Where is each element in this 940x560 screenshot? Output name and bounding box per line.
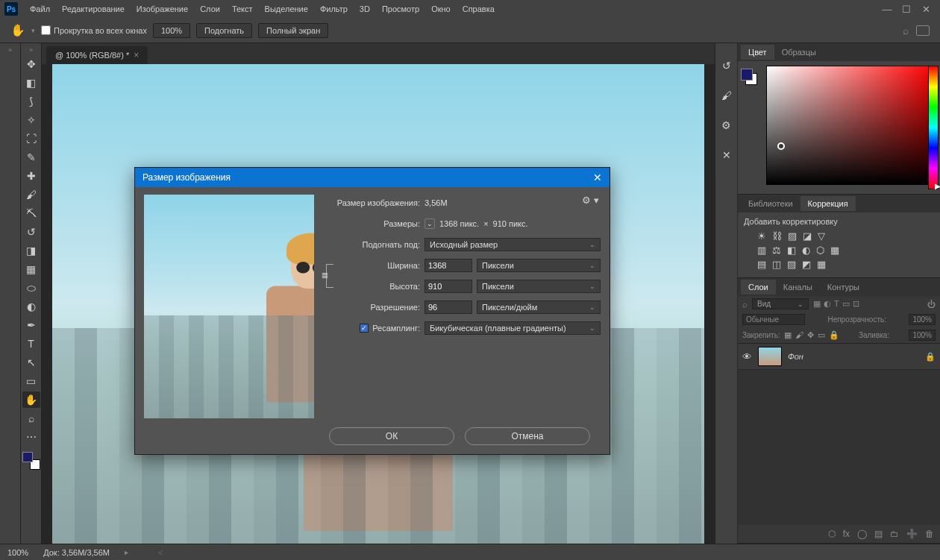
- opacity-value[interactable]: 100%: [909, 314, 936, 325]
- zoom-tool-icon[interactable]: ⌕: [22, 410, 40, 427]
- lock-artboard-icon[interactable]: ▭: [818, 330, 825, 340]
- adj-threshold-icon[interactable]: ◫: [772, 259, 781, 270]
- menu-file[interactable]: Файл: [24, 1, 56, 16]
- adj-vibrance-icon[interactable]: ▽: [818, 230, 825, 242]
- adj-exposure-icon[interactable]: ◪: [803, 230, 812, 242]
- pen-tool-icon[interactable]: ✒: [22, 317, 40, 333]
- workspace-switcher-icon[interactable]: [916, 25, 930, 36]
- adj-more-icon[interactable]: ▦: [817, 259, 826, 270]
- new-layer-icon[interactable]: ➕: [906, 529, 918, 539]
- adj-invert-icon[interactable]: ▦: [830, 245, 839, 256]
- hue-handle[interactable]: ▶: [935, 182, 940, 190]
- marquee-tool-icon[interactable]: ◧: [22, 75, 40, 91]
- path-select-tool-icon[interactable]: ↖: [22, 354, 40, 371]
- foreground-color-swatch[interactable]: [22, 452, 33, 462]
- lasso-tool-icon[interactable]: ⟆: [22, 93, 40, 110]
- dock-properties-icon[interactable]: ✕: [719, 148, 734, 163]
- minimize-button[interactable]: —: [879, 3, 895, 15]
- tab-channels[interactable]: Каналы: [776, 280, 820, 295]
- adj-bw-icon[interactable]: ⚖: [772, 245, 781, 256]
- dodge-tool-icon[interactable]: ◐: [22, 298, 40, 315]
- layer-filter-kind[interactable]: Вид⌄: [752, 298, 809, 309]
- link-layers-icon[interactable]: ⬡: [828, 529, 836, 539]
- layer-row-background[interactable]: 👁 Фон 🔒: [738, 344, 940, 370]
- filter-smart-icon[interactable]: ⊡: [853, 299, 859, 309]
- picker-fg-swatch[interactable]: [741, 69, 753, 81]
- fit-screen-button[interactable]: Подогнать: [196, 23, 252, 38]
- text-tool-icon[interactable]: T: [22, 336, 40, 352]
- tab-paths[interactable]: Контуры: [820, 280, 867, 295]
- menu-edit[interactable]: Редактирование: [56, 1, 131, 16]
- status-zoom[interactable]: 100%: [7, 548, 28, 557]
- blend-mode-select[interactable]: Обычные: [742, 314, 805, 325]
- foreground-background-swatches[interactable]: [22, 452, 40, 470]
- height-input[interactable]: [424, 280, 472, 293]
- document-tab[interactable]: @ 100% (RGB/8#) * ×: [46, 46, 148, 64]
- resample-select[interactable]: Бикубическая (плавные градиенты) ⌄: [424, 321, 601, 335]
- menu-view[interactable]: Просмотр: [376, 1, 425, 16]
- layer-fx-icon[interactable]: fx: [843, 529, 850, 539]
- spot-heal-tool-icon[interactable]: ✚: [22, 168, 40, 184]
- adj-levels-icon[interactable]: ⛓: [772, 230, 782, 242]
- adj-color-lookup-icon[interactable]: ⬡: [816, 245, 824, 256]
- layer-visibility-icon[interactable]: 👁: [742, 351, 752, 362]
- layer-mask-icon[interactable]: ◯: [857, 529, 867, 539]
- width-unit-select[interactable]: Пиксели ⌄: [477, 259, 601, 272]
- fill-screen-button[interactable]: Полный экран: [258, 23, 328, 38]
- layer-locked-icon[interactable]: 🔒: [925, 352, 936, 362]
- scroll-all-windows-input[interactable]: [41, 25, 51, 35]
- filter-pixel-icon[interactable]: ▦: [813, 299, 821, 309]
- menu-help[interactable]: Справка: [457, 1, 501, 16]
- color-picker[interactable]: ▶: [738, 61, 940, 194]
- gradient-tool-icon[interactable]: ▦: [22, 261, 40, 277]
- adj-photo-filter-icon[interactable]: ◧: [787, 245, 796, 256]
- resample-checkbox[interactable]: ✓: [360, 324, 369, 333]
- magic-wand-tool-icon[interactable]: ✧: [22, 112, 40, 128]
- adj-selective-color-icon[interactable]: ◩: [802, 259, 811, 270]
- zoom-100-button[interactable]: 100%: [153, 23, 190, 38]
- clone-stamp-tool-icon[interactable]: ⛏: [22, 205, 40, 221]
- scroll-all-windows-checkbox[interactable]: Прокрутка во всех окнах: [41, 25, 147, 35]
- fill-value[interactable]: 100%: [909, 330, 936, 341]
- dock-tool-presets-icon[interactable]: ⚙: [719, 118, 734, 133]
- tab-color[interactable]: Цвет: [741, 45, 774, 60]
- dock-brush-icon[interactable]: 🖌: [719, 88, 734, 103]
- picker-swatches[interactable]: [741, 69, 757, 85]
- tools-collapse-icon[interactable]: »: [21, 46, 41, 54]
- edit-toolbar-icon[interactable]: ⋯: [22, 429, 40, 445]
- close-button[interactable]: ✕: [918, 3, 934, 15]
- resolution-input[interactable]: [424, 301, 472, 314]
- resolution-unit-select[interactable]: Пиксели/дюйм ⌄: [477, 301, 601, 314]
- filter-toggle-icon[interactable]: ⏻: [927, 300, 936, 309]
- tool-preset-dropdown[interactable]: ▾: [31, 27, 35, 34]
- menu-text[interactable]: Текст: [226, 1, 259, 16]
- dialog-close-icon[interactable]: ✕: [593, 172, 602, 183]
- tab-libraries[interactable]: Библиотеки: [741, 196, 800, 211]
- hue-slider[interactable]: ▶: [928, 66, 939, 189]
- crop-tool-icon[interactable]: ⛶: [22, 130, 40, 147]
- lock-transparency-icon[interactable]: ▦: [784, 330, 792, 340]
- delete-layer-icon[interactable]: 🗑: [925, 529, 934, 539]
- height-unit-select[interactable]: Пиксели ⌄: [477, 280, 601, 293]
- search-icon[interactable]: ⌕: [903, 25, 909, 37]
- blur-tool-icon[interactable]: ⬭: [22, 280, 40, 296]
- new-adjustment-layer-icon[interactable]: ▤: [874, 529, 883, 539]
- adj-posterize-icon[interactable]: ▤: [757, 259, 766, 270]
- eyedropper-tool-icon[interactable]: ✎: [22, 149, 40, 166]
- eraser-tool-icon[interactable]: ◨: [22, 242, 40, 259]
- tab-swatches[interactable]: Образцы: [774, 45, 824, 60]
- toolbar-collapse-icon[interactable]: »: [0, 46, 20, 54]
- shape-tool-icon[interactable]: ▭: [22, 373, 40, 389]
- status-flyout-icon[interactable]: ▸: [125, 548, 128, 556]
- hand-tool-icon-active[interactable]: ✋: [22, 391, 40, 408]
- constrain-proportions-icon[interactable]: 𝌆: [326, 264, 333, 288]
- dock-history-icon[interactable]: ↺: [719, 58, 734, 73]
- adj-hue-icon[interactable]: ▥: [757, 245, 766, 256]
- menu-layers[interactable]: Слои: [194, 1, 226, 16]
- lock-pixels-icon[interactable]: 🖌: [795, 330, 803, 340]
- filter-shape-icon[interactable]: ▭: [842, 299, 850, 309]
- dialog-titlebar[interactable]: Размер изображения ✕: [135, 168, 610, 187]
- maximize-button[interactable]: ☐: [898, 3, 915, 15]
- filter-search-icon[interactable]: ⌕: [742, 300, 748, 309]
- layer-name[interactable]: Фон: [788, 352, 803, 361]
